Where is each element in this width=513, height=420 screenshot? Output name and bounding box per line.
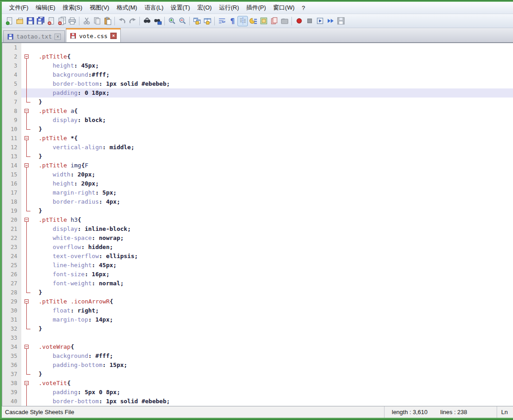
code-line[interactable]: 6padding: 0 18px; <box>2 88 513 98</box>
fold-marker-icon[interactable] <box>21 342 33 352</box>
code-text[interactable]: .ptTitle img{F <box>33 161 513 170</box>
sync-vertical-scroll-button[interactable] <box>192 16 202 26</box>
document-switcher-button[interactable] <box>269 16 279 26</box>
code-text[interactable]: margin-top: 14px; <box>33 315 513 324</box>
code-line[interactable]: 12vertical-align: middle; <box>2 143 513 152</box>
fold-marker-icon[interactable] <box>21 215 33 225</box>
menu-item-file[interactable]: 文件(F) <box>5 2 32 13</box>
code-line[interactable]: 39padding: 5px 0 8px; <box>2 388 513 397</box>
code-text[interactable]: } <box>33 206 513 215</box>
code-line[interactable]: 5border-bottom: 1px solid #ebebeb; <box>2 79 513 88</box>
code-text[interactable]: font-weight: normal; <box>33 279 513 288</box>
code-text[interactable]: padding-bottom: 15px; <box>33 361 513 370</box>
code-line[interactable]: 36padding-bottom: 15px; <box>2 361 513 370</box>
code-text[interactable]: margin-right: 5px; <box>33 188 513 197</box>
code-text[interactable]: border-bottom: 1px solid #ebebeb; <box>33 397 513 406</box>
fold-marker-icon[interactable] <box>21 107 33 116</box>
redo-button[interactable] <box>127 16 138 26</box>
tab-taotao.txt[interactable]: taotao.txt× <box>3 30 65 42</box>
code-text[interactable]: background: #fff; <box>33 352 513 361</box>
fold-marker-icon[interactable] <box>21 297 33 306</box>
zoom-out-button[interactable] <box>177 16 187 26</box>
code-text[interactable]: line-height: 45px; <box>33 261 513 270</box>
code-text[interactable]: text-overflow: ellipsis; <box>33 252 513 261</box>
save-all-button[interactable] <box>35 16 46 26</box>
editor[interactable]: 12.ptTitle{3height: 45px;4background:#ff… <box>2 43 513 406</box>
code-text[interactable]: } <box>33 288 513 297</box>
code-line[interactable]: 22white-space: nowrap; <box>2 234 513 243</box>
save-macro-button[interactable] <box>335 16 346 26</box>
code-line[interactable]: 13} <box>2 152 513 161</box>
code-text[interactable]: font-size: 16px; <box>33 270 513 279</box>
code-line[interactable]: 7} <box>2 98 513 107</box>
save-file-button[interactable] <box>25 16 35 26</box>
tab-close-icon[interactable]: × <box>110 33 117 39</box>
menu-item-window[interactable]: 窗口(W) <box>270 2 298 13</box>
code-line[interactable]: 37} <box>2 370 513 379</box>
code-line[interactable]: 27font-weight: normal; <box>2 279 513 288</box>
run-macro-multiple-button[interactable] <box>325 16 335 26</box>
menu-item-language[interactable]: 语言(L) <box>141 2 167 13</box>
code-text[interactable]: vertical-align: middle; <box>33 143 513 152</box>
document-map-button[interactable] <box>258 16 269 26</box>
code-line[interactable]: 11.ptTitle *{ <box>2 134 513 143</box>
code-line[interactable]: 18border-radius: 4px; <box>2 197 513 206</box>
cut-button[interactable] <box>81 16 92 26</box>
code-line[interactable]: 32} <box>2 324 513 333</box>
code-text[interactable]: } <box>33 324 513 333</box>
code-text[interactable]: .ptTitle *{ <box>33 134 513 143</box>
code-text[interactable]: .ptTitle h3{ <box>33 215 513 225</box>
code-text[interactable]: display: inline-block; <box>33 225 513 234</box>
code-line[interactable]: 17margin-right: 5px; <box>2 188 513 197</box>
code-line[interactable]: 23overflow: hidden; <box>2 243 513 252</box>
menu-item-view[interactable]: 视图(V) <box>86 2 113 13</box>
tab-close-icon[interactable]: × <box>54 34 61 40</box>
code-line[interactable]: 28} <box>2 288 513 297</box>
code-line[interactable]: 10} <box>2 125 513 134</box>
menu-item-format[interactable]: 格式(M) <box>113 2 141 13</box>
code-text[interactable]: height: 20px; <box>33 179 513 188</box>
project-panel-button[interactable] <box>279 16 290 26</box>
show-all-characters-button[interactable]: ¶ <box>227 16 237 26</box>
copy-button[interactable] <box>92 16 102 26</box>
fold-marker-icon[interactable] <box>21 134 33 143</box>
code-line[interactable]: 21display: inline-block; <box>2 225 513 234</box>
code-text[interactable]: .voteTit{ <box>33 379 513 388</box>
code-line[interactable]: 29.ptTitle .iconArrowR{ <box>2 297 513 306</box>
code-text[interactable]: .voteWrap{ <box>33 342 513 352</box>
menu-item-settings[interactable]: 设置(T) <box>167 2 194 13</box>
code-line[interactable]: 31margin-top: 14px; <box>2 315 513 324</box>
code-text[interactable] <box>33 43 513 52</box>
code-text[interactable]: .ptTitle .iconArrowR{ <box>33 297 513 306</box>
code-line[interactable]: 25line-height: 45px; <box>2 261 513 270</box>
code-line[interactable]: 35background: #fff; <box>2 352 513 361</box>
playback-macro-button[interactable] <box>315 16 325 26</box>
code-line[interactable]: 3height: 45px; <box>2 61 513 70</box>
undo-button[interactable] <box>117 16 127 26</box>
code-line[interactable]: 30float: right; <box>2 306 513 315</box>
code-line[interactable]: 20.ptTitle h3{ <box>2 215 513 225</box>
code-line[interactable]: 16height: 20px; <box>2 179 513 188</box>
zoom-in-button[interactable] <box>167 16 177 26</box>
find-button[interactable] <box>142 16 152 26</box>
code-text[interactable]: .ptTitle{ <box>33 52 513 61</box>
code-text[interactable]: .ptTitle a{ <box>33 107 513 116</box>
menu-item-macro[interactable]: 宏(O) <box>194 2 216 13</box>
code-text[interactable]: } <box>33 125 513 134</box>
function-list-button[interactable] <box>248 16 258 26</box>
code-text[interactable]: } <box>33 98 513 107</box>
start-recording-button[interactable] <box>294 16 304 26</box>
code-text[interactable]: overflow: hidden; <box>33 243 513 252</box>
code-text[interactable]: } <box>33 152 513 161</box>
sync-horizontal-scroll-button[interactable] <box>202 16 212 26</box>
code-line[interactable]: 19} <box>2 206 513 215</box>
menu-item-search[interactable]: 搜索(S) <box>59 2 86 13</box>
stop-recording-button[interactable] <box>304 16 315 26</box>
code-line[interactable]: 15width: 20px; <box>2 170 513 179</box>
code-text[interactable]: padding: 0 18px; <box>33 88 513 98</box>
fold-marker-icon[interactable] <box>21 379 33 388</box>
code-text[interactable]: padding: 5px 0 8px; <box>33 388 513 397</box>
new-file-button[interactable] <box>4 16 15 26</box>
code-line[interactable]: 1 <box>2 43 513 52</box>
code-text[interactable]: float: right; <box>33 306 513 315</box>
